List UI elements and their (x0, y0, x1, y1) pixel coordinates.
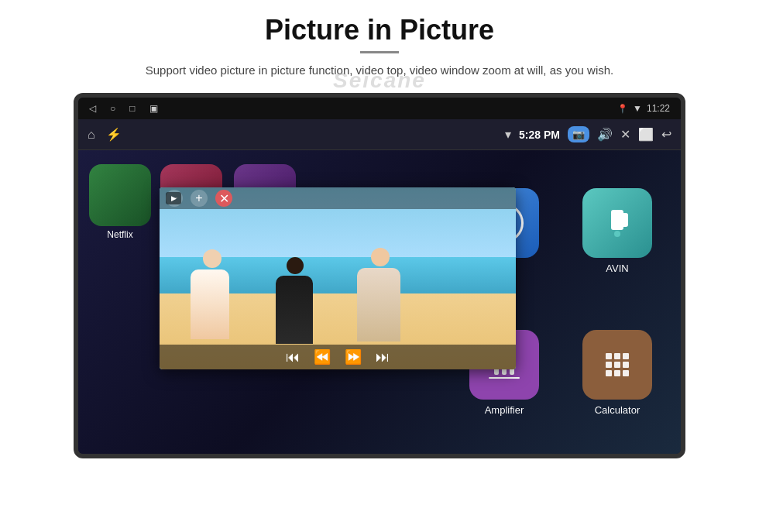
recents-nav-icon[interactable]: □ (129, 103, 135, 114)
toolbar-left: ⌂ ⚡ (88, 127, 122, 142)
status-bar-right: 📍 ▼ 11:22 (617, 103, 670, 114)
location-icon: 📍 (617, 104, 628, 114)
page-title: Picture in Picture (265, 14, 494, 46)
main-content: Netflix SiriusXM Wheelkey Study (78, 150, 681, 454)
netflix-label: Netflix (107, 229, 132, 240)
title-divider (360, 51, 399, 53)
fast-forward-button[interactable]: ⏭ (376, 349, 390, 366)
pip-close-button[interactable]: ✕ (215, 190, 232, 207)
person2 (276, 257, 314, 354)
pip-camera-icon: ▶ (166, 192, 181, 204)
pip-container[interactable]: ▶ − + ✕ ⏮ ⏪ ⏩ ⏭ (160, 187, 516, 369)
rewind-button[interactable]: ⏮ (286, 349, 300, 366)
usb-icon[interactable]: ⚡ (106, 127, 122, 142)
avin-label: AVIN (606, 263, 628, 274)
person3 (357, 248, 404, 352)
app-netflix[interactable]: Netflix (89, 164, 151, 240)
avin-inner-icon (611, 210, 623, 237)
close-icon[interactable]: ✕ (620, 127, 630, 142)
app-calculator[interactable]: Calculator (565, 306, 670, 440)
calculator-label: Calculator (595, 404, 641, 416)
next-button[interactable]: ⏩ (345, 348, 362, 366)
nav-buttons: ◁ ○ □ ▣ (89, 103, 158, 114)
device-frame: ◁ ○ □ ▣ 📍 ▼ 11:22 ⌂ ⚡ ▾ 5:28 PM 📷 🔊 (74, 93, 685, 458)
wifi-toolbar-icon: ▾ (505, 127, 511, 142)
pip-video (160, 187, 516, 369)
pip-top-bar: ▶ − + ✕ (160, 187, 516, 209)
back-nav-icon[interactable]: ◁ (89, 103, 96, 114)
avin-app-icon (582, 188, 652, 258)
pip-bottom-bar: ⏮ ⏪ ⏩ ⏭ (160, 345, 516, 369)
calc-inner-icon (606, 353, 629, 376)
page-wrapper: Picture in Picture Seicane Support video… (0, 0, 759, 466)
pip-maximize-button[interactable]: + (191, 190, 208, 207)
netflix-icon (89, 164, 151, 226)
home-icon[interactable]: ⌂ (88, 128, 95, 142)
window-icon[interactable]: ⬜ (638, 127, 654, 142)
amplifier-label: Amplifier (485, 404, 524, 416)
toolbar: ⌂ ⚡ ▾ 5:28 PM 📷 🔊 ✕ ⬜ ↩ (78, 119, 681, 150)
app-avin[interactable]: AVIN (565, 164, 670, 298)
status-bar: ◁ ○ □ ▣ 📍 ▼ 11:22 (78, 98, 681, 119)
status-time: 11:22 (647, 103, 670, 114)
volume-icon[interactable]: 🔊 (597, 127, 613, 142)
screenshot-nav-icon[interactable]: ▣ (149, 103, 158, 114)
person1 (191, 249, 233, 350)
home-nav-icon[interactable]: ○ (110, 103, 115, 114)
camera-icon[interactable]: 📷 (568, 126, 589, 142)
calculator-app-icon (582, 330, 652, 400)
back-icon[interactable]: ↩ (661, 127, 671, 142)
toolbar-time: 5:28 PM (519, 129, 560, 141)
subtitle: Support video picture in picture functio… (146, 61, 613, 79)
wifi-icon: ▼ (633, 103, 642, 114)
prev-button[interactable]: ⏪ (314, 348, 331, 366)
toolbar-right: ▾ 5:28 PM 📷 🔊 ✕ ⬜ ↩ (505, 126, 671, 142)
